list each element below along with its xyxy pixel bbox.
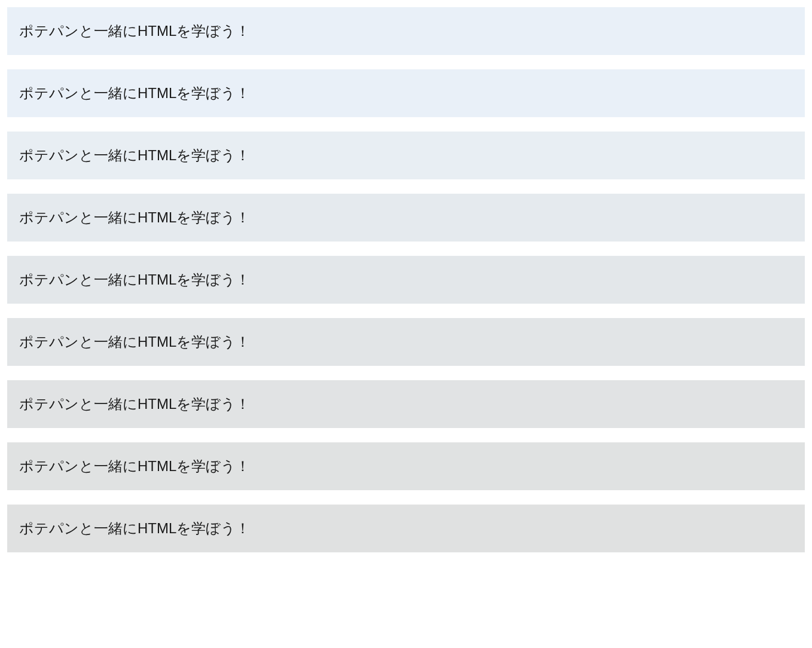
list-item-text: ポテパンと一緒にHTMLを学ぼう！ xyxy=(19,458,250,474)
list-item: ポテパンと一緒にHTMLを学ぼう！ xyxy=(7,318,805,366)
list-item: ポテパンと一緒にHTMLを学ぼう！ xyxy=(7,442,805,490)
list-item-text: ポテパンと一緒にHTMLを学ぼう！ xyxy=(19,271,250,288)
list-item-text: ポテパンと一緒にHTMLを学ぼう！ xyxy=(19,147,250,163)
list-item-text: ポテパンと一緒にHTMLを学ぼう！ xyxy=(19,209,250,225)
list-item-text: ポテパンと一緒にHTMLを学ぼう！ xyxy=(19,334,250,350)
list-item: ポテパンと一緒にHTMLを学ぼう！ xyxy=(7,256,805,304)
list-item: ポテパンと一緒にHTMLを学ぼう！ xyxy=(7,505,805,552)
list-item-text: ポテパンと一緒にHTMLを学ぼう！ xyxy=(19,23,250,39)
list-item: ポテパンと一緒にHTMLを学ぼう！ xyxy=(7,132,805,179)
list-item: ポテパンと一緒にHTMLを学ぼう！ xyxy=(7,7,805,55)
list-item: ポテパンと一緒にHTMLを学ぼう！ xyxy=(7,380,805,428)
list-item-text: ポテパンと一緒にHTMLを学ぼう！ xyxy=(19,396,250,412)
list-item-text: ポテパンと一緒にHTMLを学ぼう！ xyxy=(19,520,250,536)
list-item: ポテパンと一緒にHTMLを学ぼう！ xyxy=(7,69,805,117)
list-item: ポテパンと一緒にHTMLを学ぼう！ xyxy=(7,194,805,242)
opacity-demo-list: ポテパンと一緒にHTMLを学ぼう！ ポテパンと一緒にHTMLを学ぼう！ ポテパン… xyxy=(0,0,812,560)
list-item-text: ポテパンと一緒にHTMLを学ぼう！ xyxy=(19,85,250,101)
